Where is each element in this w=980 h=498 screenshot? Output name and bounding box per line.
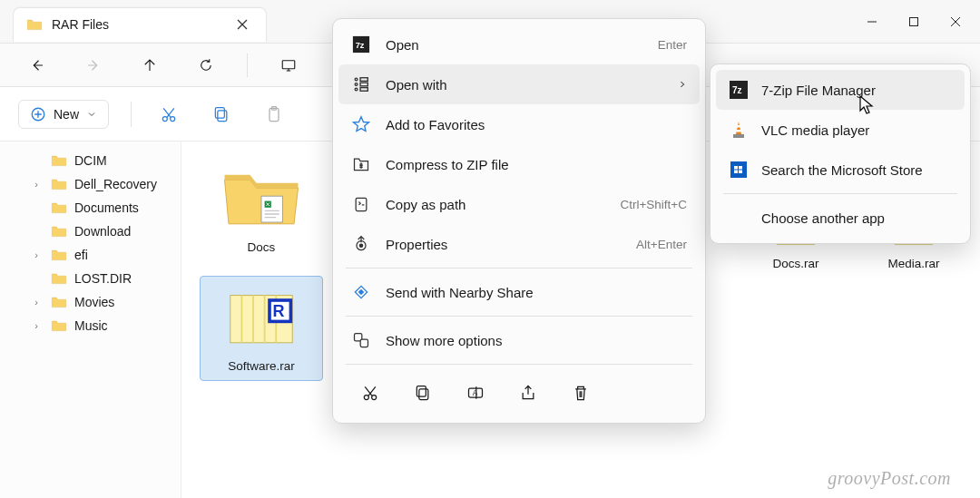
svg-rect-28 bbox=[356, 198, 367, 210]
zip-icon bbox=[351, 154, 371, 174]
properties-icon bbox=[351, 234, 371, 254]
file-item-software-rar[interactable]: R Software.rar bbox=[200, 276, 323, 381]
svg-rect-0 bbox=[910, 17, 918, 25]
sidebar-item-lost-dir[interactable]: LOST.DIR bbox=[0, 267, 181, 290]
ctx-open-with[interactable]: Open with bbox=[338, 64, 700, 104]
copy-button[interactable] bbox=[206, 99, 237, 130]
folder-icon bbox=[26, 18, 43, 31]
svg-point-33 bbox=[364, 395, 368, 400]
svg-rect-36 bbox=[416, 386, 426, 397]
seven-zip-icon: 7z bbox=[351, 34, 371, 54]
ctx-add-favorites[interactable]: Add to Favorites bbox=[338, 104, 700, 144]
window-controls bbox=[851, 5, 976, 39]
file-label: Software.rar bbox=[228, 359, 295, 373]
sidebar-item-movies[interactable]: ›Movies bbox=[0, 290, 181, 314]
up-button[interactable] bbox=[134, 50, 165, 81]
svg-rect-5 bbox=[218, 110, 227, 121]
svg-rect-44 bbox=[730, 161, 747, 178]
svg-rect-43 bbox=[733, 134, 744, 138]
svg-text:7z: 7z bbox=[356, 41, 365, 50]
context-menu: 7z Open Enter Open with Add to Favorites… bbox=[332, 18, 706, 424]
ctx-show-more[interactable]: Show more options bbox=[338, 320, 700, 360]
svg-point-24 bbox=[355, 88, 358, 91]
vlc-icon bbox=[729, 120, 749, 140]
submenu-vlc[interactable]: VLC media player bbox=[716, 110, 965, 150]
svg-rect-26 bbox=[360, 83, 368, 86]
share-button[interactable] bbox=[513, 377, 544, 408]
refresh-button[interactable] bbox=[191, 50, 221, 81]
tab-close-button[interactable] bbox=[231, 17, 253, 33]
submenu-ms-store[interactable]: Search the Microsoft Store bbox=[716, 150, 965, 190]
folder-large-icon bbox=[220, 165, 303, 233]
menu-separator bbox=[346, 316, 692, 317]
sidebar: DCIM ›Dell_Recovery Documents Download ›… bbox=[0, 142, 181, 498]
svg-point-34 bbox=[372, 395, 377, 400]
svg-point-22 bbox=[355, 78, 358, 81]
sidebar-item-dell-recovery[interactable]: ›Dell_Recovery bbox=[0, 172, 181, 196]
close-button[interactable] bbox=[935, 5, 976, 39]
sidebar-item-download[interactable]: Download bbox=[0, 220, 181, 243]
back-button[interactable] bbox=[22, 50, 53, 81]
star-icon bbox=[351, 114, 371, 134]
forward-button[interactable] bbox=[78, 50, 109, 81]
open-with-submenu: 7z 7-Zip File Manager VLC media player S… bbox=[710, 63, 971, 244]
delete-button[interactable] bbox=[565, 377, 596, 408]
nearby-share-icon bbox=[351, 282, 371, 302]
copy-path-icon bbox=[351, 194, 371, 214]
submenu-choose-app[interactable]: Choose another app bbox=[716, 198, 965, 238]
file-label: Docs bbox=[248, 240, 276, 254]
show-more-icon bbox=[351, 330, 371, 350]
svg-point-30 bbox=[359, 244, 362, 247]
svg-rect-46 bbox=[739, 166, 742, 170]
ctx-properties[interactable]: Properties Alt+Enter bbox=[338, 224, 700, 264]
new-button[interactable]: New bbox=[18, 100, 109, 129]
svg-rect-27 bbox=[360, 88, 368, 92]
ctx-copy-path[interactable]: Copy as path Ctrl+Shift+C bbox=[338, 184, 700, 224]
cut-button[interactable] bbox=[355, 377, 386, 408]
sidebar-item-music[interactable]: ›Music bbox=[0, 314, 181, 337]
menu-separator bbox=[346, 364, 692, 365]
paste-button[interactable] bbox=[259, 99, 289, 130]
window-tab[interactable]: RAR Files bbox=[13, 7, 267, 42]
toolbar-divider bbox=[247, 54, 248, 77]
open-with-icon bbox=[351, 74, 371, 94]
new-button-label: New bbox=[54, 107, 79, 122]
cursor-pointer-icon bbox=[858, 94, 877, 119]
svg-rect-42 bbox=[736, 130, 740, 132]
sidebar-item-efi[interactable]: ›efi bbox=[0, 243, 181, 267]
file-label: Docs.rar bbox=[772, 257, 818, 270]
rename-button[interactable]: A bbox=[460, 377, 491, 408]
chevron-right-icon bbox=[678, 78, 687, 92]
svg-rect-45 bbox=[734, 166, 738, 170]
svg-rect-1 bbox=[282, 60, 295, 68]
svg-rect-6 bbox=[215, 107, 224, 118]
ctx-nearby-share[interactable]: Send with Nearby Share bbox=[338, 272, 700, 312]
svg-point-4 bbox=[171, 116, 175, 121]
ctx-quick-actions: A bbox=[338, 368, 700, 417]
sidebar-item-dcim[interactable]: DCIM bbox=[0, 149, 181, 172]
tab-title: RAR Files bbox=[52, 17, 109, 32]
sidebar-item-documents[interactable]: Documents bbox=[0, 196, 181, 220]
this-pc-icon[interactable] bbox=[273, 50, 304, 81]
svg-rect-41 bbox=[737, 125, 740, 128]
svg-text:R: R bbox=[273, 302, 285, 320]
seven-zip-icon: 7z bbox=[729, 80, 749, 100]
svg-rect-32 bbox=[360, 339, 368, 347]
svg-rect-48 bbox=[739, 171, 742, 174]
svg-rect-25 bbox=[360, 78, 368, 82]
svg-rect-9 bbox=[261, 196, 282, 222]
ctx-compress-zip[interactable]: Compress to ZIP file bbox=[338, 144, 700, 184]
svg-rect-35 bbox=[419, 389, 428, 400]
copy-button[interactable] bbox=[407, 377, 438, 408]
maximize-button[interactable] bbox=[893, 5, 935, 39]
menu-separator bbox=[346, 268, 692, 269]
cut-button[interactable] bbox=[153, 99, 184, 130]
rar-large-icon: R bbox=[220, 284, 303, 352]
submenu-7zip[interactable]: 7z 7-Zip File Manager bbox=[716, 70, 965, 110]
folder-item-docs[interactable]: Docs bbox=[200, 158, 323, 261]
ctx-open[interactable]: 7z Open Enter bbox=[338, 24, 700, 64]
minimize-button[interactable] bbox=[851, 5, 893, 39]
svg-text:A: A bbox=[473, 388, 478, 397]
svg-point-3 bbox=[162, 116, 167, 121]
svg-point-23 bbox=[355, 83, 358, 86]
